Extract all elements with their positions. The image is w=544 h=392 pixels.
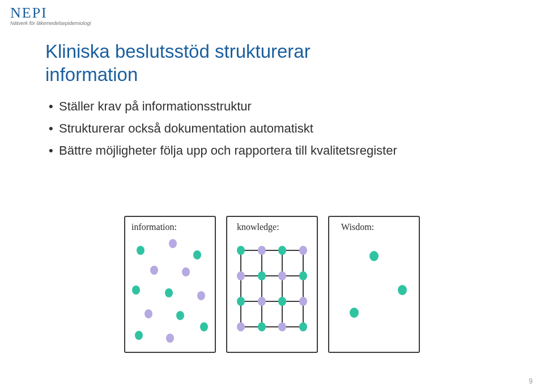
svg-point-13 [166,334,174,343]
svg-point-3 [193,250,201,259]
svg-point-4 [150,266,158,275]
svg-point-1 [137,246,144,255]
svg-point-18 [299,246,307,255]
svg-point-10 [176,311,184,320]
svg-point-17 [278,246,286,255]
svg-point-9 [144,309,152,318]
bullet-list: Ställer krav på informationsstruktur Str… [45,97,499,160]
svg-point-5 [182,267,190,276]
svg-point-16 [258,246,266,255]
title-line-1: Kliniska beslutsstöd strukturerar [45,41,311,62]
svg-point-19 [237,271,245,280]
svg-point-2 [169,239,177,248]
page-number: 9 [529,377,533,385]
svg-point-23 [237,297,245,306]
svg-point-8 [197,291,205,300]
svg-point-34 [350,308,359,318]
dikw-illustration: information: knowledge: [119,211,425,358]
svg-point-29 [278,322,286,331]
panel-label-information: information: [131,222,177,232]
svg-point-32 [369,251,379,261]
svg-point-25 [278,297,286,306]
bullet-item: Bättre möjligheter följa upp och rapport… [49,141,499,160]
svg-point-28 [258,322,266,331]
svg-point-15 [237,246,245,255]
svg-point-6 [132,286,140,295]
bullet-item: Ställer krav på informationsstruktur [49,97,499,116]
panel-label-wisdom: Wisdom: [341,222,374,232]
panel-wisdom: Wisdom: [329,216,419,352]
svg-point-7 [165,288,173,297]
title-line-2: information [45,64,138,85]
panel-information: information: [125,216,215,352]
svg-point-12 [135,331,143,340]
svg-point-20 [258,271,266,280]
svg-point-22 [299,271,307,280]
svg-point-26 [299,297,307,306]
panel-knowledge: knowledge: [227,216,317,352]
svg-point-24 [258,297,266,306]
panel-label-knowledge: knowledge: [237,222,279,232]
slide-content: Kliniska beslutsstöd strukturerar inform… [45,40,499,163]
logo-text: NEPI [10,5,91,22]
tagline-text: Nätverk för läkemedelsepidemiologi [10,20,91,26]
svg-rect-31 [329,216,419,352]
slide-header: NEPI Nätverk för läkemedelsepidemiologi [10,5,91,26]
svg-point-33 [398,285,407,295]
svg-point-27 [237,322,245,331]
bullet-item: Strukturerar också dokumentation automat… [49,119,499,138]
svg-point-30 [299,322,307,331]
svg-point-11 [200,322,208,331]
slide-title: Kliniska beslutsstöd strukturerar inform… [45,40,499,87]
svg-point-21 [278,271,286,280]
